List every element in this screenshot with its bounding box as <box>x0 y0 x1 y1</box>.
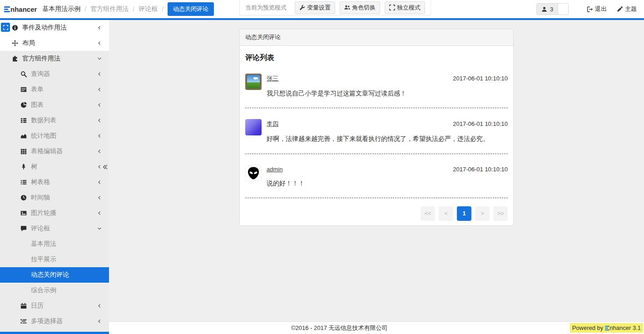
app-logo[interactable]: nhancer <box>4 5 37 13</box>
pagination-button[interactable]: > <box>475 206 490 221</box>
comment-list-title: 评论列表 <box>245 53 508 63</box>
comment-body: 李四 2017-06-01 10:10:10 好啊，法律越来越完善，接下来就看执… <box>267 119 508 143</box>
move-icon <box>12 40 18 46</box>
comment-separator <box>245 198 508 198</box>
sidebar-item[interactable]: 表单 <box>0 82 109 97</box>
sidebar-item[interactable]: 表格编辑器 <box>0 144 109 159</box>
main-content: 动态关闭评论 评论列表 张三 2017-06-01 10:10:10 我只想说自… <box>109 20 644 334</box>
comment-date: 2017-06-01 10:10:10 <box>453 120 508 127</box>
logout-button[interactable]: 退出 <box>587 5 607 13</box>
chevron-left-icon <box>97 25 102 30</box>
comment-text: 好啊，法律越来越完善，接下来就看执行的情况了，希望执法必严，违法必究。 <box>267 134 508 143</box>
list-icon <box>20 179 27 185</box>
toolbar-button[interactable]: 独立模式 <box>385 1 425 14</box>
breadcrumb-item[interactable]: 动态关闭评论 <box>168 2 214 16</box>
copyright-text: ©2016 - 2017 无远信息技术有限公司 <box>109 324 570 332</box>
avatar <box>245 74 262 90</box>
sidebar-item[interactable]: 查询器 <box>0 66 109 82</box>
toolbar-buttons: 变量设置角色切换独立模式 <box>295 1 425 14</box>
comment-text: 说的好！！！ <box>267 179 508 188</box>
brush-icon <box>617 6 623 12</box>
toolbar-button[interactable]: 角色切换 <box>340 1 380 14</box>
chevron-left-icon <box>97 134 102 138</box>
sidebar-item-label: 评论框 <box>31 224 50 233</box>
breadcrumb-item[interactable]: 官方组件用法 <box>90 5 129 13</box>
sidebar-item-label: 表格编辑器 <box>31 147 63 155</box>
sidebar-item-label: 动态关闭评论 <box>31 271 69 279</box>
user-count-extra-segment[interactable] <box>558 4 568 15</box>
calendar-icon <box>20 303 27 309</box>
chevron-left-icon <box>97 195 102 200</box>
person-icon <box>541 6 547 12</box>
comment-item: 张三 2017-06-01 10:10:10 我只想说自己小学是学习过这篇文章写… <box>245 74 508 98</box>
comment-icon <box>20 225 27 232</box>
breadcrumb-item[interactable]: 基本用法示例 <box>42 5 80 13</box>
breadcrumb-separator: / <box>84 5 86 13</box>
sidebar-item[interactable]: 事件及动作用法 <box>0 20 109 35</box>
comments-panel: 动态关闭评论 评论列表 张三 2017-06-01 10:10:10 我只想说自… <box>239 29 514 226</box>
sidebar-item[interactable]: 评论框 <box>0 221 109 236</box>
sidebar-item[interactable]: 树 <box>0 159 109 174</box>
chevron-left-icon <box>97 72 102 76</box>
footer: ©2016 - 2017 无远信息技术有限公司 Powered by nhanc… <box>109 321 644 334</box>
sidebar-expand-button[interactable] <box>1 23 10 32</box>
sidebar-item[interactable]: 官方组件用法 <box>0 51 109 66</box>
sidebar-collapse-handle[interactable] <box>102 164 108 172</box>
chevron-down-icon <box>97 56 102 61</box>
toolbar-button-label: 变量设置 <box>307 4 331 12</box>
clock-icon <box>20 194 27 201</box>
sidebar-item-label: 查询器 <box>31 70 50 78</box>
sidebar-item-label: 日历 <box>31 302 44 310</box>
logo-text: nhancer <box>10 5 37 13</box>
toolbar-button-label: 独立模式 <box>397 4 421 12</box>
sidebar-item[interactable]: 综合示例 <box>0 283 109 298</box>
chevron-left-icon <box>97 180 102 184</box>
sidebar-item[interactable]: 图表 <box>0 97 109 113</box>
sidebar-item-label: 多项选择器 <box>31 317 63 325</box>
comment-separator <box>245 154 508 154</box>
pagination-button[interactable]: < <box>439 206 453 221</box>
breadcrumb-item[interactable]: 评论框 <box>139 5 158 13</box>
enhancer-logo-icon <box>4 6 10 12</box>
avatar <box>245 165 262 181</box>
sidebar-item-label: 拉平展示 <box>31 255 56 264</box>
logout-label: 退出 <box>595 5 607 13</box>
comment-author-link[interactable]: 张三 <box>267 75 278 83</box>
sidebar: 事件及动作用法布局官方组件用法查询器表单图表数据列表统计地图表格编辑器树树表格时… <box>0 20 109 334</box>
breadcrumb-separator: / <box>162 5 163 13</box>
sidebar-item[interactable]: 图片轮播 <box>0 205 109 221</box>
sidebar-item[interactable]: 布局 <box>0 35 109 51</box>
sidebar-item[interactable]: 时间轴 <box>0 190 109 205</box>
sidebar-item[interactable]: 统计地图 <box>0 128 109 144</box>
form-icon <box>20 86 27 93</box>
sidebar-item[interactable]: 树表格 <box>0 174 109 190</box>
header-actions: 退出 主题 <box>587 0 637 18</box>
comment-item: admin 2017-06-01 10:10:10 说的好！！！ <box>245 165 508 188</box>
user-count-control[interactable]: 3 <box>536 3 569 15</box>
pagination-button[interactable]: >> <box>493 206 508 221</box>
pagination-button[interactable]: 1 <box>457 206 471 221</box>
comment-author-link[interactable]: admin <box>267 166 282 173</box>
sidebar-item-label: 图表 <box>31 101 44 109</box>
powered-by-badge[interactable]: Powered by nhancer 3.1 <box>570 323 643 333</box>
toolbar-button-label: 角色切换 <box>352 4 376 12</box>
pagination-button[interactable]: << <box>421 206 435 221</box>
chevron-left-icon <box>97 149 102 154</box>
sidebar-item[interactable]: 动态关闭评论 <box>0 267 109 283</box>
toolbar-button[interactable]: 变量设置 <box>295 1 335 14</box>
expand-icon <box>3 25 8 30</box>
comment-author-link[interactable]: 李四 <box>267 120 278 128</box>
panel-body: 评论列表 张三 2017-06-01 10:10:10 我只想说自己小学是学习过… <box>240 46 513 225</box>
chevron-left-icon <box>97 211 102 215</box>
expand-icon <box>389 5 395 10</box>
sidebar-item[interactable]: 基本用法 <box>0 236 109 252</box>
sidebar-item[interactable]: 拉平展示 <box>0 252 109 267</box>
powered-by-suffix: nhancer 3.1 <box>609 324 641 331</box>
chevron-left-icon <box>97 41 102 45</box>
sidebar-item[interactable]: 数据列表 <box>0 113 109 128</box>
sidebar-item-label: 统计地图 <box>31 132 56 140</box>
sidebar-item[interactable]: 多项选择器 <box>0 314 109 329</box>
sidebar-item[interactable]: 日历 <box>0 298 109 314</box>
theme-button[interactable]: 主题 <box>617 5 637 13</box>
sidebar-item-label: 树表格 <box>31 178 50 186</box>
